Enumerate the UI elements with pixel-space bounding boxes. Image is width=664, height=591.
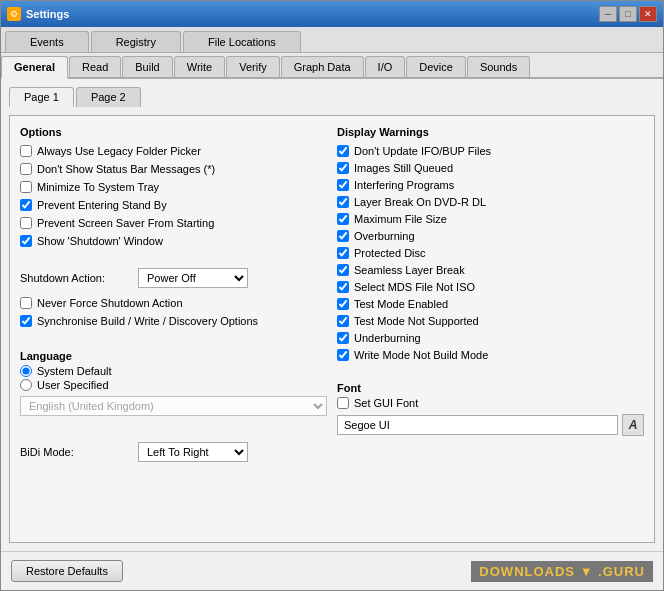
radio-user-specified-input[interactable] (20, 379, 32, 391)
main-tabs: General Read Build Write Verify Graph Da… (1, 53, 663, 79)
checkbox-synchronise: Synchronise Build / Write / Discovery Op… (20, 314, 327, 328)
settings-window: ⚙ Settings ─ □ ✕ Events Registry File Lo… (0, 0, 664, 591)
dw-ifo-bup: Don't Update IFO/BUP Files (337, 144, 644, 158)
dw-max-file-size: Maximum File Size (337, 212, 644, 226)
watermark: DOWNLOADS ▼ .GURU (471, 561, 653, 582)
dw-underburning-label: Underburning (354, 332, 421, 344)
tab-device[interactable]: Device (406, 56, 466, 77)
dw-interfering: Interfering Programs (337, 178, 644, 192)
tab-io[interactable]: I/O (365, 56, 406, 77)
checkbox-shutdown-window: Show 'Shutdown' Window (20, 234, 327, 248)
dw-max-file-size-input[interactable] (337, 213, 349, 225)
checkbox-status-messages: Don't Show Status Bar Messages (*) (20, 162, 327, 176)
checkbox-prevent-screensaver-label: Prevent Screen Saver From Starting (37, 217, 214, 229)
dw-overburning-label: Overburning (354, 230, 415, 242)
tab-read[interactable]: Read (69, 56, 121, 77)
bottom-bar: Restore Defaults DOWNLOADS ▼ .GURU (1, 551, 663, 590)
tab-general[interactable]: General (1, 56, 68, 79)
dw-protected-disc-label: Protected Disc (354, 247, 426, 259)
dw-write-mode-input[interactable] (337, 349, 349, 361)
radio-user-specified-label: User Specified (37, 379, 109, 391)
options-title: Options (20, 126, 327, 138)
dw-overburning-input[interactable] (337, 230, 349, 242)
dw-interfering-label: Interfering Programs (354, 179, 454, 191)
language-dropdown[interactable]: English (United Kingdom) (20, 396, 327, 416)
shutdown-action-select[interactable]: Power Off Restart Hibernate Log Off Noth… (138, 268, 248, 288)
checkbox-set-gui-font: Set GUI Font (337, 396, 644, 410)
checkbox-legacy-folder-label: Always Use Legacy Folder Picker (37, 145, 201, 157)
tab-write[interactable]: Write (174, 56, 225, 77)
dw-seamless-break-input[interactable] (337, 264, 349, 276)
dw-test-mode-not-supported: Test Mode Not Supported (337, 314, 644, 328)
checkbox-prevent-screensaver: Prevent Screen Saver From Starting (20, 216, 327, 230)
dw-images-queued: Images Still Queued (337, 161, 644, 175)
dw-interfering-input[interactable] (337, 179, 349, 191)
radio-user-specified: User Specified (20, 378, 327, 392)
tab-build[interactable]: Build (122, 56, 172, 77)
dw-protected-disc-input[interactable] (337, 247, 349, 259)
checkbox-prevent-screensaver-input[interactable] (20, 217, 32, 229)
radio-system-default-label: System Default (37, 365, 112, 377)
dw-images-queued-label: Images Still Queued (354, 162, 453, 174)
display-warnings-title: Display Warnings (337, 126, 644, 138)
window-title: Settings (26, 8, 69, 20)
title-bar-left: ⚙ Settings (7, 7, 69, 21)
bidi-label: BiDi Mode: (20, 446, 130, 458)
page-tabs: Page 1 Page 2 (9, 87, 655, 107)
dw-overburning: Overburning (337, 229, 644, 243)
checkbox-minimize-tray-input[interactable] (20, 181, 32, 193)
dw-seamless-break-label: Seamless Layer Break (354, 264, 465, 276)
font-row: A (337, 414, 644, 436)
bidi-select[interactable]: Left To Right Right To Left (138, 442, 248, 462)
font-browse-button[interactable]: A (622, 414, 644, 436)
tab-file-locations[interactable]: File Locations (183, 31, 301, 52)
tab-verify[interactable]: Verify (226, 56, 280, 77)
checkbox-set-gui-font-input[interactable] (337, 397, 349, 409)
checkbox-shutdown-window-input[interactable] (20, 235, 32, 247)
dw-underburning-input[interactable] (337, 332, 349, 344)
content-area: Page 1 Page 2 Options Always Use Legacy … (1, 79, 663, 551)
page-tab-2[interactable]: Page 2 (76, 87, 141, 107)
close-button[interactable]: ✕ (639, 6, 657, 22)
dw-protected-disc: Protected Disc (337, 246, 644, 260)
checkbox-never-force-input[interactable] (20, 297, 32, 309)
tab-events[interactable]: Events (5, 31, 89, 52)
tab-graph-data[interactable]: Graph Data (281, 56, 364, 77)
page-content: Options Always Use Legacy Folder Picker … (9, 115, 655, 543)
left-panel: Options Always Use Legacy Folder Picker … (20, 126, 327, 532)
checkbox-legacy-folder-input[interactable] (20, 145, 32, 157)
language-title: Language (20, 350, 327, 362)
checkbox-legacy-folder: Always Use Legacy Folder Picker (20, 144, 327, 158)
tab-registry[interactable]: Registry (91, 31, 181, 52)
checkbox-prevent-standby-input[interactable] (20, 199, 32, 211)
dw-ifo-bup-input[interactable] (337, 145, 349, 157)
dw-images-queued-input[interactable] (337, 162, 349, 174)
font-input[interactable] (337, 415, 618, 435)
dw-ifo-bup-label: Don't Update IFO/BUP Files (354, 145, 491, 157)
dw-layer-break-input[interactable] (337, 196, 349, 208)
tab-sounds[interactable]: Sounds (467, 56, 530, 77)
dw-select-mds-input[interactable] (337, 281, 349, 293)
radio-system-default-input[interactable] (20, 365, 32, 377)
restore-defaults-button[interactable]: Restore Defaults (11, 560, 123, 582)
checkbox-status-messages-input[interactable] (20, 163, 32, 175)
dw-layer-break: Layer Break On DVD-R DL (337, 195, 644, 209)
checkbox-synchronise-label: Synchronise Build / Write / Discovery Op… (37, 315, 258, 327)
page-tab-1[interactable]: Page 1 (9, 87, 74, 107)
shutdown-action-label: Shutdown Action: (20, 272, 130, 284)
minimize-button[interactable]: ─ (599, 6, 617, 22)
checkbox-prevent-standby-label: Prevent Entering Stand By (37, 199, 167, 211)
checkbox-synchronise-input[interactable] (20, 315, 32, 327)
dw-seamless-break: Seamless Layer Break (337, 263, 644, 277)
dw-max-file-size-label: Maximum File Size (354, 213, 447, 225)
dw-test-mode-not-supported-input[interactable] (337, 315, 349, 327)
checkbox-set-gui-font-label: Set GUI Font (354, 397, 418, 409)
checkbox-prevent-standby: Prevent Entering Stand By (20, 198, 327, 212)
dw-test-mode-enabled-input[interactable] (337, 298, 349, 310)
checkbox-never-force: Never Force Shutdown Action (20, 296, 327, 310)
maximize-button[interactable]: □ (619, 6, 637, 22)
dw-underburning: Underburning (337, 331, 644, 345)
checkbox-shutdown-window-label: Show 'Shutdown' Window (37, 235, 163, 247)
app-icon: ⚙ (7, 7, 21, 21)
right-panel: Display Warnings Don't Update IFO/BUP Fi… (337, 126, 644, 532)
